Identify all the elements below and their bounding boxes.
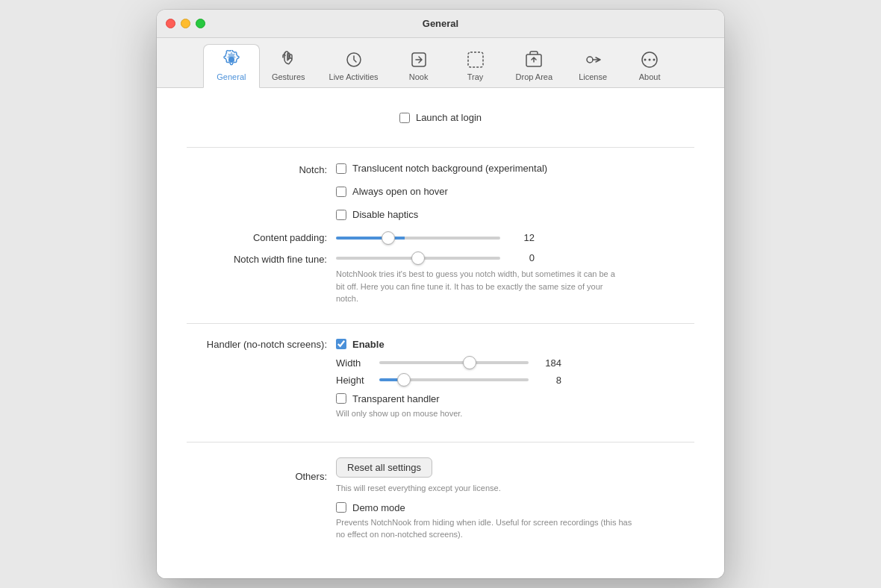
content-padding-slider-container: 12: [336, 232, 694, 243]
notch-width-value: 0: [508, 252, 535, 263]
content-padding-slider[interactable]: [336, 237, 500, 240]
handler-height-label: Height: [336, 375, 373, 386]
notch-options-row: Notch: Translucent notch background (exp…: [187, 163, 694, 226]
license-icon: [582, 49, 603, 70]
tab-license[interactable]: License: [564, 45, 621, 87]
translucent-label: Translucent notch background (experiment…: [352, 163, 547, 174]
handler-section-label: Handler (no-notch screens):: [187, 339, 336, 350]
others-section-label: Others:: [187, 471, 336, 482]
launch-at-login-row: Launch at login: [399, 112, 482, 123]
transparent-handler-row: Transparent handler Will only show up on…: [187, 393, 694, 420]
svg-point-4: [587, 57, 593, 63]
others-reset-row: Others: Reset all settings This will res…: [187, 457, 694, 495]
handler-height-slider[interactable]: [379, 378, 529, 381]
handler-enable-checkbox[interactable]: [336, 339, 346, 349]
titlebar: General: [157, 10, 724, 38]
maximize-button[interactable]: [196, 19, 205, 28]
main-window: General General Gestur: [157, 10, 724, 578]
handler-width-value: 184: [535, 357, 561, 369]
tab-gestures[interactable]: Gestures: [260, 45, 317, 87]
demo-mode-label: Demo mode: [352, 502, 405, 513]
tab-tray-label: Tray: [467, 72, 484, 81]
tab-general[interactable]: General: [203, 44, 260, 88]
reset-description: This will reset everything except your l…: [336, 482, 501, 495]
svg-rect-2: [468, 52, 483, 67]
haptics-checkbox-row: Disable haptics: [336, 209, 547, 220]
general-icon: [221, 49, 242, 70]
notch-section-label: Notch:: [187, 163, 336, 175]
tab-general-label: General: [217, 72, 246, 81]
svg-point-6: [644, 58, 647, 60]
content-padding-label: Content padding:: [187, 232, 336, 243]
notch-section: Notch: Translucent notch background (exp…: [157, 163, 724, 317]
others-controls: Reset all settings This will reset every…: [336, 457, 501, 495]
notch-width-label: Notch width fine tune:: [187, 252, 336, 265]
divider-1: [187, 147, 694, 148]
notch-width-description: NotchNook tries it's best to guess you n…: [336, 268, 620, 305]
handler-height-control: Height 8: [336, 375, 561, 386]
gestures-icon: [278, 49, 299, 70]
others-section: Others: Reset all settings This will res…: [157, 457, 724, 560]
window-title: General: [423, 18, 458, 29]
tab-about-label: About: [639, 72, 661, 81]
transparent-handler-block: Transparent handler Will only show up on…: [336, 393, 462, 420]
notch-width-row: Notch width fine tune: 0 NotchNook tries…: [187, 252, 694, 305]
handler-width-row: Width 184: [187, 357, 694, 369]
handler-width-control: Width 184: [336, 357, 561, 369]
demo-mode-row: Demo mode Prevents NotchNook from hiding…: [187, 502, 694, 541]
traffic-lights: [166, 19, 205, 28]
handler-section: Handler (no-notch screens): Enable Width…: [157, 339, 724, 437]
handler-enable-label: Enable: [352, 339, 385, 350]
launch-at-login-checkbox[interactable]: [399, 113, 410, 123]
launch-section: Launch at login: [157, 106, 724, 141]
handler-width-label: Width: [336, 357, 373, 369]
divider-3: [187, 442, 694, 442]
content-area: Launch at login Notch: Translucent notch…: [157, 88, 724, 578]
translucent-checkbox-row: Translucent notch background (experiment…: [336, 163, 547, 174]
tab-live-activities[interactable]: Live Activities: [317, 45, 390, 87]
tab-nook[interactable]: Nook: [390, 45, 447, 87]
transparent-handler-label: Transparent handler: [352, 393, 440, 404]
tab-license-label: License: [579, 72, 607, 81]
content-padding-row: Content padding: 12: [187, 232, 694, 243]
transparent-handler-checkbox[interactable]: [336, 393, 346, 404]
close-button[interactable]: [166, 19, 175, 28]
haptics-checkbox[interactable]: [336, 210, 346, 220]
reset-all-settings-button[interactable]: Reset all settings: [336, 457, 432, 478]
svg-point-8: [653, 58, 656, 60]
transparent-handler-description: Will only show up on mouse hover.: [336, 407, 462, 420]
translucent-checkbox[interactable]: [336, 163, 346, 174]
tab-live-activities-label: Live Activities: [329, 72, 379, 81]
about-icon: [639, 49, 660, 70]
hover-label: Always open on hover: [352, 186, 448, 197]
hover-checkbox-row: Always open on hover: [336, 186, 547, 197]
tab-drop-area-label: Drop Area: [516, 72, 553, 81]
handler-enable-checkbox-row: Enable: [336, 339, 385, 350]
tab-tray[interactable]: Tray: [447, 45, 504, 87]
hover-checkbox[interactable]: [336, 187, 346, 197]
tab-drop-area[interactable]: Drop Area: [504, 45, 565, 87]
transparent-handler-checkbox-row: Transparent handler: [336, 393, 462, 404]
tab-about[interactable]: About: [621, 45, 678, 87]
handler-enable-row: Handler (no-notch screens): Enable: [187, 339, 694, 350]
notch-width-slider[interactable]: [336, 257, 500, 260]
content-padding-value: 12: [508, 232, 535, 243]
toolbar: General Gestures Live Activities: [157, 38, 724, 88]
notch-width-control: 0 NotchNook tries it's best to guess you…: [336, 252, 620, 305]
handler-height-row: Height 8: [187, 375, 694, 386]
launch-at-login-label: Launch at login: [416, 112, 482, 123]
nook-icon: [408, 49, 429, 70]
demo-mode-checkbox[interactable]: [336, 502, 346, 513]
tab-gestures-label: Gestures: [272, 72, 305, 81]
minimize-button[interactable]: [181, 19, 190, 28]
haptics-label: Disable haptics: [352, 209, 418, 220]
svg-point-7: [649, 58, 651, 60]
tab-nook-label: Nook: [409, 72, 429, 81]
demo-mode-description: Prevents NotchNook from hiding when idle…: [336, 516, 635, 541]
handler-height-value: 8: [535, 375, 561, 386]
live-activities-icon: [343, 49, 364, 70]
tray-icon: [465, 49, 486, 70]
divider-2: [187, 323, 694, 324]
notch-options-group: Translucent notch background (experiment…: [336, 163, 547, 226]
handler-width-slider[interactable]: [379, 361, 529, 364]
